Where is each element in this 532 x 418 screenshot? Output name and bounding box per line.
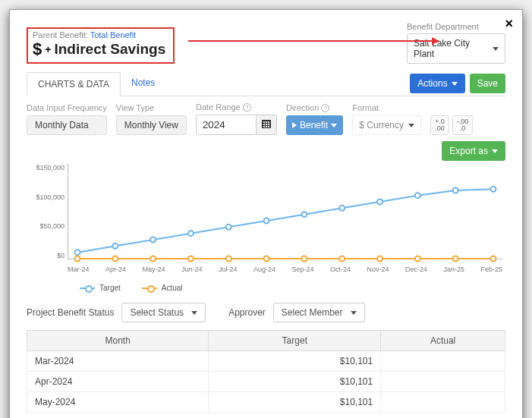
- dept-select[interactable]: Salt Lake City Plant: [407, 33, 505, 64]
- chevron-down-icon: [331, 124, 337, 127]
- y-tick: $100,000: [36, 193, 65, 201]
- date-range-input[interactable]: [196, 115, 257, 135]
- y-tick: $50,000: [39, 222, 65, 230]
- view-label: View Type: [116, 103, 187, 112]
- col-target: Target: [209, 331, 381, 351]
- table-row: Mar-2024$10,101: [27, 351, 505, 372]
- y-tick: $150,000: [36, 164, 65, 171]
- svg-point-1: [112, 244, 118, 249]
- x-tick: Dec-24: [405, 266, 427, 273]
- svg-point-18: [301, 256, 307, 262]
- plus-icon: +: [45, 43, 51, 55]
- page-title: Indirect Savings: [54, 41, 165, 58]
- svg-point-9: [415, 193, 420, 198]
- increase-decimal-button[interactable]: +.0.00: [430, 115, 449, 135]
- svg-point-22: [453, 256, 458, 262]
- parent-label: Parent Benefit:: [33, 30, 88, 39]
- x-tick: Sep-24: [291, 266, 313, 273]
- svg-point-15: [188, 256, 194, 262]
- view-value[interactable]: Monthly View: [116, 115, 187, 135]
- annotation-arrow: [188, 40, 439, 42]
- x-tick: Nov-24: [367, 266, 389, 273]
- date-label: Date Range ?: [196, 102, 277, 112]
- svg-point-19: [339, 256, 345, 262]
- direction-label: Direction ?: [286, 103, 343, 112]
- benefit-chart: $150,000$100,000$50,000$0 Mar-24Apr-24Ma…: [27, 164, 505, 278]
- svg-point-5: [264, 218, 269, 224]
- title-box: Parent Benefit: Total Benefit $ + Indire…: [27, 27, 175, 64]
- x-tick: Jun-24: [181, 266, 203, 273]
- chevron-down-icon: [408, 124, 414, 127]
- x-tick: Mar-24: [68, 266, 90, 273]
- parent-benefit-link[interactable]: Total Benefit: [90, 30, 137, 39]
- svg-point-23: [490, 256, 496, 262]
- svg-point-20: [377, 256, 382, 262]
- tab-notes[interactable]: Notes: [121, 71, 165, 96]
- y-tick: $0: [57, 252, 65, 259]
- play-icon: [292, 122, 297, 128]
- chevron-down-icon: [493, 47, 499, 51]
- svg-point-2: [150, 237, 156, 243]
- svg-point-16: [226, 256, 231, 262]
- x-tick: Jul-24: [219, 266, 238, 273]
- svg-point-0: [75, 250, 80, 255]
- actions-button[interactable]: Actions: [410, 74, 464, 93]
- export-button[interactable]: Export as: [442, 141, 505, 161]
- chevron-down-icon: [452, 82, 458, 86]
- legend-actual: Actual: [142, 284, 183, 292]
- svg-point-14: [150, 256, 156, 262]
- col-month: Month: [27, 331, 209, 351]
- svg-point-12: [75, 256, 80, 262]
- x-tick: Jan-25: [443, 266, 464, 273]
- status-select[interactable]: Select Status: [121, 303, 206, 322]
- help-icon[interactable]: ?: [321, 104, 329, 112]
- chevron-down-icon: [191, 311, 197, 315]
- data-table: Month Target Actual Mar-2024$10,101Apr-2…: [27, 330, 505, 413]
- dept-label: Benefit Department: [407, 22, 505, 31]
- chevron-down-icon: [492, 149, 498, 153]
- legend-target: Target: [80, 284, 121, 292]
- save-button[interactable]: Save: [470, 74, 505, 93]
- table-row: May-2024$10,101: [27, 392, 505, 413]
- legend-mark-icon: [80, 288, 95, 289]
- help-icon[interactable]: ?: [243, 103, 251, 112]
- legend-mark-icon: [142, 288, 157, 289]
- benefit-modal: × Parent Benefit: Total Benefit $ + Indi…: [9, 9, 523, 418]
- x-tick: Oct-24: [330, 266, 351, 273]
- freq-label: Data Input Frequency: [27, 103, 107, 112]
- svg-point-6: [301, 212, 307, 217]
- svg-point-8: [377, 200, 382, 205]
- format-select[interactable]: $ Currency: [352, 115, 421, 135]
- svg-point-7: [339, 206, 345, 211]
- freq-value[interactable]: Monthly Data: [27, 115, 107, 135]
- x-tick: May-24: [142, 266, 165, 273]
- dollar-icon: $: [33, 39, 42, 59]
- approver-label: Approver: [228, 307, 266, 318]
- svg-point-17: [264, 256, 269, 262]
- calendar-icon: [262, 120, 271, 128]
- svg-point-21: [415, 256, 420, 262]
- svg-point-10: [453, 188, 458, 193]
- format-label: Format: [352, 103, 421, 112]
- direction-button[interactable]: Benefit: [286, 115, 343, 135]
- project-benefit-status-label: Project Benefit Status: [27, 307, 114, 318]
- table-row: Apr-2024$10,101: [27, 372, 505, 392]
- chevron-down-icon: [351, 311, 357, 315]
- col-actual: Actual: [381, 331, 505, 351]
- x-tick: Aug-24: [253, 266, 275, 273]
- svg-point-11: [490, 187, 496, 192]
- close-icon[interactable]: ×: [505, 16, 513, 32]
- calendar-button[interactable]: [257, 115, 277, 135]
- x-tick: Feb-25: [480, 266, 502, 273]
- x-tick: Apr-24: [105, 266, 126, 273]
- svg-point-4: [226, 225, 231, 230]
- approver-select[interactable]: Select Member: [273, 303, 365, 322]
- svg-point-13: [112, 256, 118, 262]
- svg-point-3: [188, 231, 194, 236]
- tab-charts-data[interactable]: CHARTS & DATA: [27, 72, 121, 96]
- decrease-decimal-button[interactable]: -.00.0: [452, 115, 474, 135]
